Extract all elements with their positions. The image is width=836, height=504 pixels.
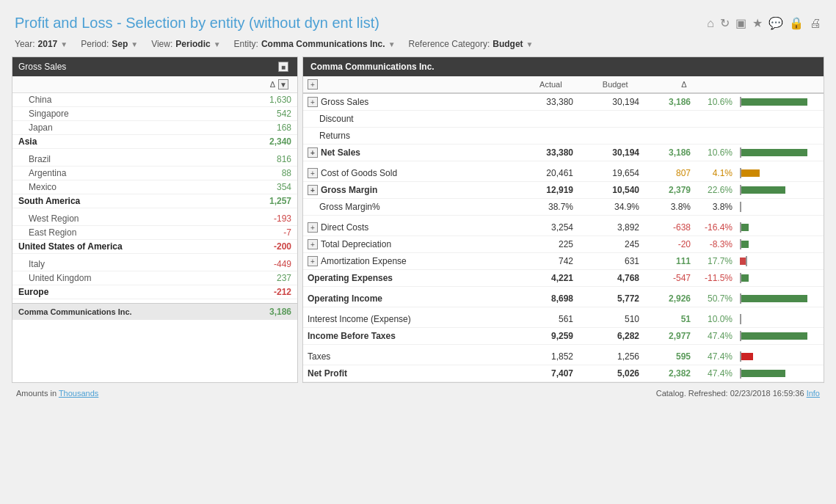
right-row-delta2: -8.3% [695,238,735,251]
left-row-label: Brazil [18,154,51,164]
right-row-chart [735,238,824,251]
favorite-icon[interactable]: ★ [752,16,763,30]
right-row-delta2: 47.4% [695,329,735,343]
right-row-actual: 7,407 [512,367,578,380]
expand-button[interactable]: + [308,239,318,249]
view-label: View: [151,39,172,49]
right-row-label-text: Operating Income [308,293,382,304]
right-row-label: +Amortization Expense [303,255,512,268]
right-row-budget: 6,282 [578,329,644,343]
filter-bar: Year: 2017 ▼ Period: Sep ▼ View: Periodi… [7,36,829,56]
left-row-value: -449 [274,259,291,269]
right-row-budget [578,117,644,120]
left-total-label: Comma Communications Inc. [18,307,132,316]
expand-button[interactable]: + [308,97,318,107]
refresh-icon[interactable]: ↻ [720,16,730,30]
right-expand-all-btn[interactable]: + [308,79,318,90]
right-row-delta1: 3.8% [644,200,695,213]
right-table-row: Gross Margin%38.7%34.9%3.8%3.8% [303,199,824,216]
left-table-row: Japan168 [12,121,297,135]
left-panel-collapse-btn[interactable]: ■ [278,62,288,72]
left-table-row: West Region-193 [12,212,297,226]
right-row-budget: 5,026 [578,367,644,380]
right-row-delta1 [644,134,695,137]
right-row-delta1: 3,186 [644,95,695,109]
right-row-actual: 3,254 [512,221,578,234]
bar-chart [740,202,819,212]
left-panel: Gross Sales ■ Δ ▼ China1,630Singapore542… [12,56,298,383]
right-row-actual: 561 [512,313,578,326]
right-row-budget: 19,654 [578,167,644,180]
right-row-delta1: 2,382 [644,367,695,380]
entity-value[interactable]: Comma Communications Inc. [261,39,385,49]
right-table-row: Income Before Taxes9,2596,2822,97747.4% [303,328,824,345]
expand-button[interactable]: + [308,147,318,158]
amounts-link[interactable]: Thousands [59,389,98,398]
right-row-label: Taxes [303,350,512,363]
right-row-delta2: 17.7% [695,255,735,268]
right-row-delta2: 22.6% [695,183,735,197]
left-row-value: -7 [283,227,291,238]
right-table-row: +Cost of Goods Sold20,46119,6548074.1% [303,165,824,182]
expand-button[interactable]: + [308,256,318,266]
print-icon[interactable]: 🖨 [810,17,821,30]
bar-chart [740,368,819,379]
left-row-label: Singapore [18,109,69,119]
right-row-label: Operating Income [303,292,512,305]
left-delta-label: Δ [270,80,275,89]
expand-button[interactable]: + [308,168,318,178]
lock-icon[interactable]: 🔒 [789,16,804,30]
right-row-actual: 225 [512,238,578,251]
right-row-budget: 4,768 [578,271,644,285]
right-table-row: +Gross Sales33,38030,1943,18610.6% [303,94,824,111]
period-value[interactable]: Sep [112,39,128,49]
right-table: +Gross Sales33,38030,1943,18610.6%Discou… [303,94,824,382]
expand-button[interactable]: + [308,222,318,233]
view-filter[interactable]: View: Periodic ▼ [151,39,220,49]
right-row-delta2: 10.0% [695,313,735,326]
right-row-actual: 38.7% [512,200,578,213]
right-row-label-text: Net Profit [308,368,347,379]
view-value[interactable]: Periodic [175,39,210,49]
left-col-header: Δ ▼ [12,76,297,93]
right-row-delta2: 50.7% [695,292,735,305]
right-row-budget [578,134,644,137]
left-table-row: Mexico354 [12,180,297,194]
right-row-label-text: Taxes [308,351,330,362]
right-row-label: +Gross Margin [303,183,512,197]
left-row-label: West Region [18,213,79,224]
left-row-label: Japan [18,123,53,133]
right-row-chart [735,271,824,285]
right-row-label: +Direct Costs [303,221,512,234]
refcat-value[interactable]: Budget [492,39,523,49]
right-row-label: +Net Sales [303,146,512,159]
right-row-delta1: -20 [644,238,695,251]
left-row-label: East Region [18,227,76,238]
entity-filter[interactable]: Entity: Comma Communications Inc. ▼ [234,39,396,49]
right-row-chart [735,221,824,234]
right-table-row: +Gross Margin12,91910,5402,37922.6% [303,182,824,199]
right-row-chart [735,183,824,197]
refcat-filter[interactable]: Reference Category: Budget ▼ [409,39,534,49]
year-value[interactable]: 2017 [38,39,58,49]
bar-chart [740,314,819,324]
year-filter[interactable]: Year: 2017 ▼ [15,39,68,49]
right-row-delta2: 47.4% [695,350,735,363]
home-icon[interactable]: ⌂ [707,17,714,30]
year-label: Year: [15,39,35,49]
info-link[interactable]: Info [807,389,820,398]
left-table-row: Argentina88 [12,167,297,180]
right-row-actual: 1,852 [512,350,578,363]
expand-button[interactable]: + [308,185,318,195]
comment-icon[interactable]: 💬 [768,16,783,30]
left-row-value: -212 [274,287,291,297]
right-row-label-text: Amortization Expense [321,256,407,266]
left-row-label: China [18,95,51,105]
left-sort-btn[interactable]: ▼ [278,79,288,90]
right-row-label: Discount [303,112,512,125]
left-table: China1,630Singapore542Japan168Asia2,340B… [12,93,297,303]
bar-chart [740,239,819,249]
right-row-budget: 34.9% [578,200,644,213]
period-filter[interactable]: Period: Sep ▼ [81,39,138,49]
save-icon[interactable]: ▣ [735,16,746,30]
